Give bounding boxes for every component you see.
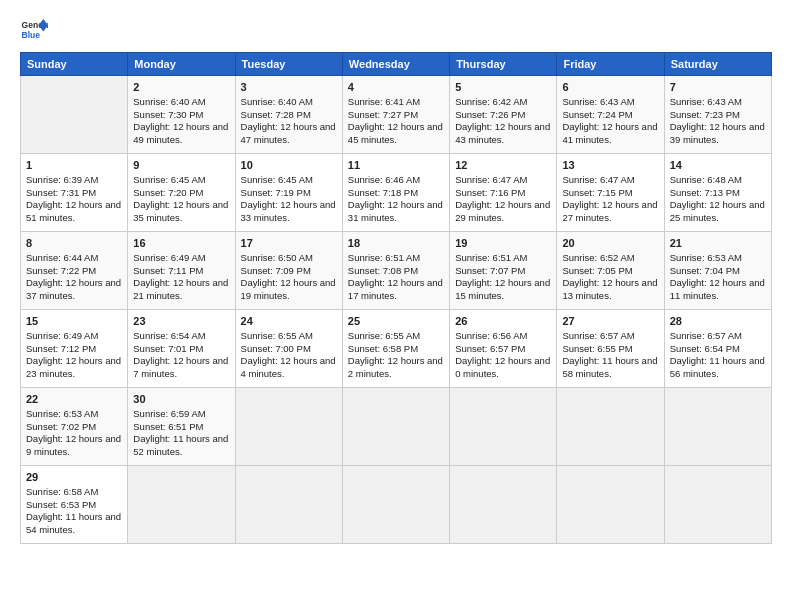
day-info: Daylight: 12 hours and 13 minutes. [562,277,658,303]
day-info: Sunrise: 6:42 AM [455,96,551,109]
calendar-cell: 27Sunrise: 6:57 AMSunset: 6:55 PMDayligh… [557,310,664,388]
day-number: 16 [133,236,229,251]
calendar-cell [21,76,128,154]
day-number: 6 [562,80,658,95]
day-info: Sunrise: 6:58 AM [26,486,122,499]
day-info: Sunset: 7:02 PM [26,421,122,434]
day-info: Sunrise: 6:47 AM [455,174,551,187]
day-info: Sunset: 7:22 PM [26,265,122,278]
day-info: Daylight: 12 hours and 51 minutes. [26,199,122,225]
calendar-cell: 16Sunrise: 6:49 AMSunset: 7:11 PMDayligh… [128,232,235,310]
day-info: Sunrise: 6:53 AM [670,252,766,265]
day-info: Daylight: 12 hours and 33 minutes. [241,199,337,225]
calendar-cell: 19Sunrise: 6:51 AMSunset: 7:07 PMDayligh… [450,232,557,310]
svg-text:Blue: Blue [22,30,41,40]
day-info: Sunrise: 6:50 AM [241,252,337,265]
day-info: Daylight: 12 hours and 25 minutes. [670,199,766,225]
day-number: 2 [133,80,229,95]
day-number: 19 [455,236,551,251]
day-info: Daylight: 12 hours and 27 minutes. [562,199,658,225]
day-number: 12 [455,158,551,173]
calendar-cell: 14Sunrise: 6:48 AMSunset: 7:13 PMDayligh… [664,154,771,232]
calendar-cell [450,466,557,544]
week-row-1: 1Sunrise: 6:39 AMSunset: 7:31 PMDaylight… [21,154,772,232]
day-info: Sunset: 7:15 PM [562,187,658,200]
calendar-cell [128,466,235,544]
logo-icon: General Blue [20,16,48,44]
day-info: Sunset: 7:31 PM [26,187,122,200]
day-number: 20 [562,236,658,251]
day-number: 27 [562,314,658,329]
day-info: Sunrise: 6:43 AM [670,96,766,109]
week-row-2: 8Sunrise: 6:44 AMSunset: 7:22 PMDaylight… [21,232,772,310]
day-number: 21 [670,236,766,251]
day-number: 1 [26,158,122,173]
day-info: Sunrise: 6:55 AM [348,330,444,343]
calendar-cell: 23Sunrise: 6:54 AMSunset: 7:01 PMDayligh… [128,310,235,388]
day-info: Sunrise: 6:53 AM [26,408,122,421]
day-info: Sunset: 7:16 PM [455,187,551,200]
calendar-cell: 7Sunrise: 6:43 AMSunset: 7:23 PMDaylight… [664,76,771,154]
col-header-monday: Monday [128,53,235,76]
day-info: Sunset: 7:08 PM [348,265,444,278]
day-info: Daylight: 12 hours and 0 minutes. [455,355,551,381]
calendar-cell: 22Sunrise: 6:53 AMSunset: 7:02 PMDayligh… [21,388,128,466]
day-info: Daylight: 12 hours and 9 minutes. [26,433,122,459]
calendar-cell [557,388,664,466]
day-info: Sunset: 7:23 PM [670,109,766,122]
day-info: Daylight: 12 hours and 43 minutes. [455,121,551,147]
day-number: 18 [348,236,444,251]
day-info: Sunrise: 6:46 AM [348,174,444,187]
day-info: Daylight: 12 hours and 35 minutes. [133,199,229,225]
day-info: Sunset: 7:12 PM [26,343,122,356]
col-header-saturday: Saturday [664,53,771,76]
day-info: Sunset: 6:57 PM [455,343,551,356]
day-info: Sunrise: 6:40 AM [241,96,337,109]
day-info: Daylight: 12 hours and 29 minutes. [455,199,551,225]
page-header: General Blue [20,16,772,44]
day-info: Sunset: 6:54 PM [670,343,766,356]
col-header-tuesday: Tuesday [235,53,342,76]
calendar-cell [664,466,771,544]
calendar-cell [342,466,449,544]
day-info: Sunrise: 6:40 AM [133,96,229,109]
day-info: Daylight: 12 hours and 2 minutes. [348,355,444,381]
day-info: Sunrise: 6:49 AM [133,252,229,265]
day-info: Sunrise: 6:51 AM [455,252,551,265]
week-row-4: 22Sunrise: 6:53 AMSunset: 7:02 PMDayligh… [21,388,772,466]
calendar-cell: 17Sunrise: 6:50 AMSunset: 7:09 PMDayligh… [235,232,342,310]
week-row-0: 2Sunrise: 6:40 AMSunset: 7:30 PMDaylight… [21,76,772,154]
calendar-cell: 10Sunrise: 6:45 AMSunset: 7:19 PMDayligh… [235,154,342,232]
day-info: Sunrise: 6:45 AM [241,174,337,187]
calendar-cell [235,388,342,466]
day-info: Sunrise: 6:59 AM [133,408,229,421]
calendar-cell: 11Sunrise: 6:46 AMSunset: 7:18 PMDayligh… [342,154,449,232]
day-number: 5 [455,80,551,95]
day-info: Sunset: 7:26 PM [455,109,551,122]
day-info: Sunset: 7:24 PM [562,109,658,122]
day-info: Sunrise: 6:44 AM [26,252,122,265]
day-number: 9 [133,158,229,173]
day-number: 10 [241,158,337,173]
day-info: Daylight: 12 hours and 7 minutes. [133,355,229,381]
day-info: Sunrise: 6:48 AM [670,174,766,187]
day-number: 22 [26,392,122,407]
day-info: Daylight: 11 hours and 52 minutes. [133,433,229,459]
day-number: 14 [670,158,766,173]
day-info: Sunrise: 6:39 AM [26,174,122,187]
header-row: SundayMondayTuesdayWednesdayThursdayFrid… [21,53,772,76]
calendar-cell [235,466,342,544]
day-number: 25 [348,314,444,329]
calendar-cell: 6Sunrise: 6:43 AMSunset: 7:24 PMDaylight… [557,76,664,154]
day-info: Daylight: 12 hours and 31 minutes. [348,199,444,225]
day-info: Daylight: 12 hours and 19 minutes. [241,277,337,303]
week-row-5: 29Sunrise: 6:58 AMSunset: 6:53 PMDayligh… [21,466,772,544]
day-info: Daylight: 11 hours and 54 minutes. [26,511,122,537]
day-number: 8 [26,236,122,251]
day-info: Sunrise: 6:43 AM [562,96,658,109]
day-number: 13 [562,158,658,173]
day-info: Sunset: 6:55 PM [562,343,658,356]
calendar-cell: 24Sunrise: 6:55 AMSunset: 7:00 PMDayligh… [235,310,342,388]
day-info: Daylight: 12 hours and 37 minutes. [26,277,122,303]
day-info: Sunset: 6:58 PM [348,343,444,356]
